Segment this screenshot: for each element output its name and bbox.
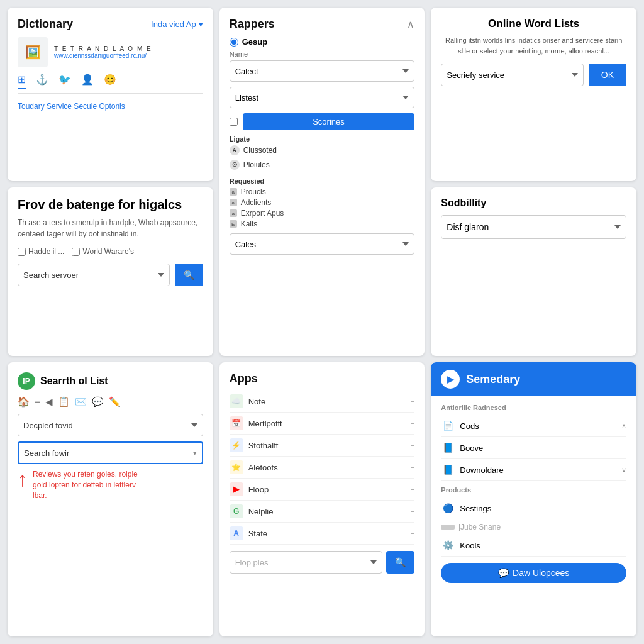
app-chevron-nelplie: − xyxy=(410,507,414,516)
search-list-card: IP Searrth ol List 🏠 − ◀ 📋 ✉️ 💬 ✏️ Decpl… xyxy=(8,362,213,636)
req-icon-0: a xyxy=(230,188,237,196)
semedary-item-cods: 📄 Cods ∧ xyxy=(441,415,626,437)
downoldare-icon: 📘 xyxy=(441,463,455,477)
online-word-description: Ralling itstn worlds lins indatics orise… xyxy=(441,35,626,56)
search-list-input-box[interactable]: Search fowir ▾ xyxy=(18,441,203,464)
tab-bird[interactable]: 🐦 xyxy=(58,74,71,89)
tab-grid[interactable]: ⊞ xyxy=(18,74,26,89)
rapper-requesied-items: a Proucls a Adclients a Exrport Apus E K… xyxy=(230,187,415,228)
tab-person[interactable]: 👤 xyxy=(81,74,94,89)
app-item-note: ☁️ Note − xyxy=(230,391,415,413)
copy-icon[interactable]: 📋 xyxy=(58,396,70,408)
rappers-collapse-icon[interactable]: ∧ xyxy=(407,18,414,30)
online-word-title: Online Word Lists xyxy=(441,18,626,30)
req-icon-2: a xyxy=(230,209,237,217)
rappers-card: Rappers ∧ Gesup Name Calect Listest Scor… xyxy=(219,8,425,356)
feature-title: Frov de batenge for higalcs xyxy=(18,197,203,212)
jube-bar-icon xyxy=(441,525,455,530)
feature-search-button[interactable]: 🔍 xyxy=(175,264,203,286)
ligate-item-0: A Clussoted xyxy=(230,145,415,155)
feature-search-select[interactable]: Search servoer xyxy=(18,264,170,286)
dictionary-card: Dictionary Inda vied Ap ▾ 🖼️ T E T R A N… xyxy=(8,8,213,181)
semedary-item-kools: ⚙️ Kools xyxy=(441,535,626,557)
feature-card: Frov de batenge for higalcs Th ase a ter… xyxy=(8,187,213,356)
app-item-stothalft: ⚡ Stothalft − xyxy=(230,435,415,457)
rapper-bottom-select[interactable]: Cales xyxy=(230,233,415,255)
requesied-item-3: E Kalts xyxy=(230,219,415,228)
ligate-item-1: ☉ Ploiules xyxy=(230,160,415,170)
semedary-item-boove: 📘 Boove xyxy=(441,437,626,459)
semedary-logo: ▶ xyxy=(441,370,460,389)
sodbillity-select[interactable]: Disf glaron xyxy=(441,215,626,239)
rapper-radio-input[interactable] xyxy=(230,38,238,47)
rapper-scorines-button[interactable]: Scorines xyxy=(243,113,415,130)
app-icon-floop: ▶ xyxy=(230,482,243,496)
boove-icon: 📘 xyxy=(441,441,455,455)
app-chevron-state: − xyxy=(410,529,414,538)
online-word-card: Online Word Lists Ralling itstn worlds l… xyxy=(431,8,636,181)
requesied-item-1: a Adclients xyxy=(230,198,415,207)
apps-list: ☁️ Note − 📅 Mertlpofft − ⚡ Stothalft − ⭐… xyxy=(230,391,415,545)
apps-title: Apps xyxy=(230,372,415,386)
rapper-checkbox-row: Scorines xyxy=(230,113,415,130)
tab-face[interactable]: 😊 xyxy=(104,74,116,89)
annotation-area: ↑ Reviews you reten goles, roiple gold l… xyxy=(18,469,203,501)
rapper-name-label: Name xyxy=(230,50,415,58)
chat-icon[interactable]: 💬 xyxy=(92,396,104,408)
checkbox-world[interactable]: World Warare's xyxy=(72,247,134,256)
search-list-header: IP Searrth ol List xyxy=(18,372,203,390)
email-icon[interactable]: ✉️ xyxy=(75,396,87,408)
minus-icon[interactable]: − xyxy=(35,396,40,408)
online-word-select[interactable]: Secriefy service xyxy=(441,64,583,86)
cods-icon: 📄 xyxy=(441,419,455,433)
app-chevron-floop: − xyxy=(410,485,414,494)
up-arrow-icon: ↑ xyxy=(18,469,28,489)
req-icon-1: a xyxy=(230,199,237,206)
ligate-icon-0: A xyxy=(230,145,240,155)
rapper-select2[interactable]: Listest xyxy=(230,87,415,108)
semedary-section2-label: Products xyxy=(441,486,626,494)
semedary-header: ▶ Semedary xyxy=(431,362,636,396)
checkbox-world-input[interactable] xyxy=(72,248,80,256)
app-icon-nelplie: G xyxy=(230,504,243,518)
semedary-jube-row: jJube Snane — xyxy=(441,519,626,535)
online-word-ok-button[interactable]: OK xyxy=(589,64,626,86)
apps-card: Apps ☁️ Note − 📅 Mertlpofft − ⚡ Stothalf… xyxy=(219,362,425,636)
checkbox-hadde-input[interactable] xyxy=(18,248,26,256)
dictionary-dropdown[interactable]: Inda vied Ap ▾ xyxy=(151,19,203,29)
apps-search-select[interactable]: Flop ples xyxy=(230,551,383,574)
semedary-section1-label: Antiorille Radnesed xyxy=(441,404,626,411)
edit-icon[interactable]: ✏️ xyxy=(109,396,121,408)
chevron-down-icon: ▾ xyxy=(199,19,203,29)
cods-chevron[interactable]: ∧ xyxy=(621,422,626,430)
downoldare-chevron[interactable]: ∨ xyxy=(621,466,626,474)
rapper-radio-row: Gesup xyxy=(230,37,415,47)
dictionary-title: Dictionary xyxy=(18,18,73,31)
chevron-down-icon: ▾ xyxy=(193,449,197,457)
rapper-ligate-label: Ligate xyxy=(230,135,415,143)
search-list-category-select[interactable]: Decpled fovid xyxy=(18,414,203,436)
semedary-section1-items: 📄 Cods ∧ 📘 Boove 📘 Downoldare ∨ xyxy=(441,415,626,481)
rapper-radio-label: Gesup xyxy=(242,37,267,47)
app-chevron-mertlpofft: − xyxy=(410,419,414,428)
apps-search-button[interactable]: 🔍 xyxy=(386,551,414,574)
app-icon-stothalft: ⚡ xyxy=(230,438,243,452)
checkbox-hadde[interactable]: Hadde il ... xyxy=(18,247,64,256)
app-icon-state: A xyxy=(230,526,243,540)
online-word-controls: Secriefy service OK xyxy=(441,64,626,86)
dictionary-link[interactable]: Toudary Service Secule Optonis xyxy=(18,102,125,111)
tab-anchor[interactable]: ⚓ xyxy=(36,74,48,89)
rapper-select1[interactable]: Calect xyxy=(230,60,415,82)
rapper-checkbox[interactable] xyxy=(230,118,238,126)
home-icon[interactable]: 🏠 xyxy=(18,396,30,408)
app-icon-note: ☁️ xyxy=(230,394,243,408)
semedary-action-button[interactable]: 💬 Daw Ulopcees xyxy=(441,563,626,583)
search-list-logo: IP xyxy=(18,372,35,390)
back-icon[interactable]: ◀ xyxy=(45,396,53,408)
rapper-requesied-label: Requesied xyxy=(230,177,415,185)
feature-description: Th ase a ters to smerulp in hardple, Wha… xyxy=(18,217,203,240)
chat-bubble-icon: 💬 xyxy=(498,568,509,578)
jube-label: jJube Snane xyxy=(458,523,501,531)
checkboxes-row: Hadde il ... World Warare's xyxy=(18,247,203,256)
app-item-mertlpofft: 📅 Mertlpofft − xyxy=(230,413,415,435)
